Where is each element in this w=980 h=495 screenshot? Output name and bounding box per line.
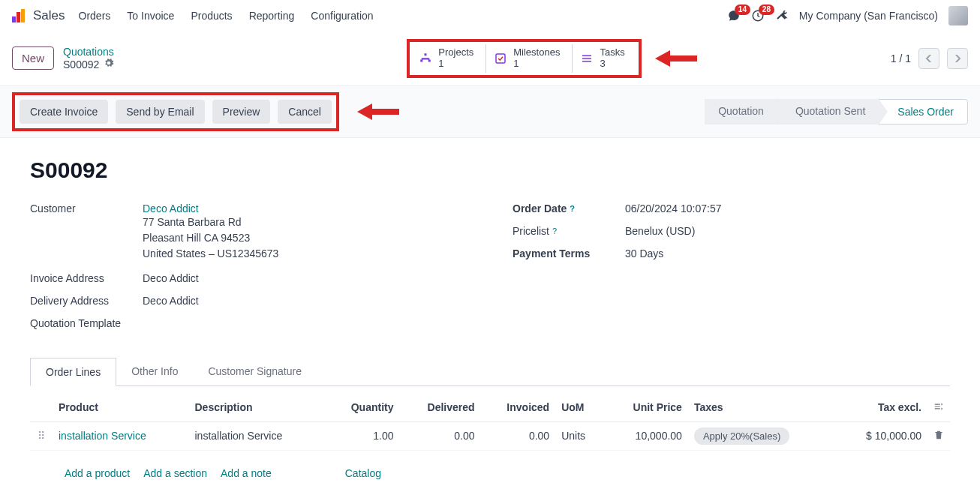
stat-tasks-label: Tasks (600, 47, 624, 58)
col-taxes[interactable]: Taxes (688, 394, 835, 422)
activities-icon[interactable]: 28 (751, 9, 765, 22)
tab-other-info[interactable]: Other Info (116, 358, 193, 386)
col-tax-excl[interactable]: Tax excl. (835, 394, 927, 422)
preview-button[interactable]: Preview (212, 100, 271, 124)
stat-projects[interactable]: Projects1 (411, 44, 486, 73)
col-invoiced[interactable]: Invoiced (481, 394, 556, 422)
app-logo-icon (12, 9, 26, 22)
app-name[interactable]: Sales (33, 8, 65, 23)
line-product[interactable]: installation Service (59, 430, 146, 442)
menu-configuration[interactable]: Configuration (311, 10, 373, 22)
pricelist-value[interactable]: Benelux (USD) (625, 225, 950, 237)
col-uom[interactable]: UoM (555, 394, 605, 422)
customer-address: 77 Santa Barbara Rd Pleasant Hill CA 945… (143, 214, 467, 262)
form-view: S00092 Customer Deco Addict 77 Santa Bar… (0, 138, 980, 495)
cancel-button[interactable]: Cancel (278, 100, 332, 124)
pager-text[interactable]: 1 / 1 (891, 52, 911, 64)
delivery-address-value[interactable]: Deco Addict (143, 295, 467, 307)
tools-icon[interactable] (775, 8, 789, 23)
invoice-address-label: Invoice Address (30, 272, 143, 284)
line-tax-excl: $ 10,000.00 (835, 422, 927, 450)
menu-to-invoice[interactable]: To Invoice (127, 10, 174, 22)
col-product[interactable]: Product (53, 394, 189, 422)
status-quotation[interactable]: Quotation (705, 99, 777, 124)
line-delivered[interactable]: 0.00 (400, 422, 481, 450)
help-icon[interactable]: ? (570, 204, 575, 213)
customer-label: Customer (30, 202, 143, 214)
add-note-link[interactable]: Add a note (221, 467, 272, 479)
action-bar: Create Invoice Send by Email Preview Can… (0, 86, 980, 138)
line-quantity[interactable]: 1.00 (325, 422, 400, 450)
tab-order-lines[interactable]: Order Lines (30, 358, 116, 386)
col-delivered[interactable]: Delivered (400, 394, 481, 422)
column-settings-icon[interactable] (933, 402, 944, 414)
payment-terms-value[interactable]: 30 Days (625, 248, 950, 260)
user-avatar[interactable] (948, 6, 968, 26)
action-buttons-highlight: Create Invoice Send by Email Preview Can… (12, 92, 339, 131)
menu-products[interactable]: Products (191, 10, 232, 22)
add-section-link[interactable]: Add a section (143, 467, 207, 479)
breadcrumb: Quotations S00092 (63, 46, 114, 72)
line-tax-pill[interactable]: Apply 20%(Sales) (694, 428, 789, 445)
col-quantity[interactable]: Quantity (325, 394, 400, 422)
add-product-link[interactable]: Add a product (65, 467, 130, 479)
tab-customer-signature[interactable]: Customer Signature (193, 358, 317, 386)
customer-link[interactable]: Deco Addict (143, 202, 467, 214)
top-navbar: Sales Orders To Invoice Products Reporti… (0, 0, 980, 32)
line-description[interactable]: installation Service (189, 422, 326, 450)
stat-buttons-highlight: Projects1 Milestones1 Tasks3 (407, 39, 641, 78)
status-sales-order[interactable]: Sales Order (879, 99, 968, 124)
table-row[interactable]: ⠿ installation Service installation Serv… (30, 422, 950, 450)
drag-handle-icon[interactable]: ⠿ (30, 422, 53, 450)
stat-milestones-value: 1 (513, 58, 560, 70)
create-invoice-button[interactable]: Create Invoice (20, 100, 108, 124)
breadcrumb-parent[interactable]: Quotations (63, 46, 114, 58)
stat-tasks[interactable]: Tasks3 (573, 44, 636, 73)
messages-icon[interactable]: 14 (727, 9, 741, 22)
activities-badge: 28 (759, 4, 774, 15)
new-button[interactable]: New (12, 46, 54, 70)
gear-icon[interactable] (104, 58, 114, 71)
menu-orders[interactable]: Orders (79, 10, 111, 22)
send-by-email-button[interactable]: Send by Email (116, 100, 204, 124)
payment-terms-label: Payment Terms (513, 248, 625, 260)
line-uom[interactable]: Units (555, 422, 605, 450)
breadcrumb-current: S00092 (63, 58, 99, 71)
company-switcher[interactable]: My Company (San Francisco) (799, 10, 938, 22)
control-panel: New Quotations S00092 Projects1 Mileston… (0, 32, 980, 86)
order-lines-table: Product Description Quantity Delivered I… (30, 394, 950, 495)
help-icon[interactable]: ? (552, 226, 557, 236)
invoice-address-value[interactable]: Deco Addict (143, 272, 467, 284)
stat-milestones-label: Milestones (513, 47, 560, 58)
pager-prev[interactable] (918, 48, 939, 69)
messages-badge: 14 (735, 4, 750, 15)
delivery-address-label: Delivery Address (30, 295, 143, 307)
order-date-label: Order Date? (513, 202, 625, 214)
annotation-arrow-icon (357, 104, 399, 120)
order-date-value[interactable]: 06/20/2024 10:07:57 (625, 202, 950, 214)
stat-milestones[interactable]: Milestones1 (486, 44, 573, 73)
col-unit-price[interactable]: Unit Price (605, 394, 688, 422)
record-title: S00092 (30, 158, 950, 183)
status-bar: Quotation Quotation Sent Sales Order (705, 99, 968, 124)
notebook-tabs: Order Lines Other Info Customer Signatur… (30, 358, 950, 386)
trash-icon[interactable] (933, 430, 944, 442)
col-description[interactable]: Description (189, 394, 326, 422)
stat-projects-label: Projects (438, 47, 473, 58)
menu-reporting[interactable]: Reporting (249, 10, 295, 22)
line-unit-price[interactable]: 10,000.00 (605, 422, 688, 450)
catalog-link[interactable]: Catalog (345, 467, 381, 479)
svg-rect-1 (496, 54, 505, 63)
stat-projects-value: 1 (438, 58, 473, 70)
status-quotation-sent[interactable]: Quotation Sent (777, 99, 879, 124)
stat-tasks-value: 3 (600, 58, 624, 70)
line-invoiced[interactable]: 0.00 (481, 422, 556, 450)
pager-next[interactable] (947, 48, 968, 69)
pricelist-label: Pricelist? (513, 225, 625, 237)
annotation-arrow-icon (655, 50, 697, 67)
quotation-template-label: Quotation Template (30, 317, 143, 329)
